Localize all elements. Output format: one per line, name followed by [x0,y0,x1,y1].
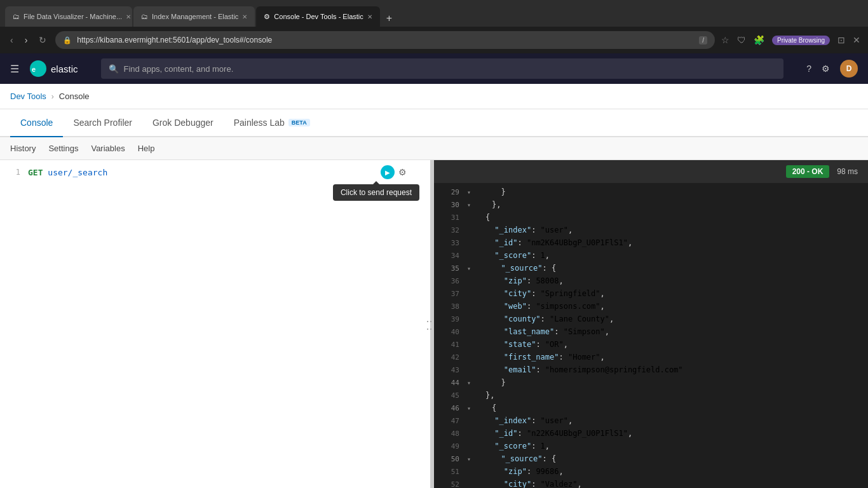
output-line-number: 31 [439,214,459,222]
output-line-content: "_id": "nm2K64UBbgP_U0P1FlS1", [467,238,632,247]
tab-grok-debugger[interactable]: Grok Debugger [142,109,224,137]
lock-icon: 🔒 [63,36,72,44]
collapse-toggle-icon[interactable]: ▾ [467,405,471,412]
output-line-number: 52 [439,480,459,489]
time-badge: 98 ms [837,167,858,176]
request-settings-icon[interactable]: ⚙ [398,167,407,177]
output-line-number: 36 [439,277,459,285]
send-request-button[interactable]: ▶ [381,165,395,179]
tab-close-icon[interactable]: ✕ [242,13,247,20]
refresh-button[interactable]: ↻ [36,32,49,48]
app-logo-text: elastic [51,64,78,74]
new-tab-button[interactable]: + [381,10,397,27]
collapse-toggle-icon[interactable]: ▾ [467,265,471,272]
breadcrumb-separator: › [51,92,54,101]
breadcrumb-console: Console [59,92,90,101]
tab-console[interactable]: Console [10,109,63,137]
app-logo: e elastic [29,60,78,78]
forward-button[interactable]: › [22,32,31,48]
collapse-toggle-icon[interactable]: ▾ [467,379,471,386]
output-line-content: "zip": 58008, [467,276,564,285]
variables-button[interactable]: Variables [91,144,125,153]
output-line-number: 40 [439,328,459,336]
hamburger-menu[interactable]: ☰ [10,63,19,75]
output-line: 41 "state": "OR", [434,338,868,351]
panel-resize-handle[interactable]: ⋮⋮ [430,160,432,488]
output-line-content: "email": "homersimpson@springfield.com" [467,365,683,374]
bookmark-icon[interactable]: ☆ [721,35,729,45]
tab-close-icon[interactable]: ✕ [126,13,131,20]
back-button[interactable]: ‹ [8,32,16,48]
extensions-icon[interactable]: 🧩 [754,35,764,45]
output-line: 29▾ } [434,186,868,198]
output-line-content: "_score": 1, [467,442,550,451]
shortcut-badge: / [699,36,707,44]
address-bar[interactable]: 🔒 https://kibana.evermight.net:5601/app/… [55,31,715,49]
output-line-number: 50 [439,455,459,463]
collapse-toggle-icon[interactable]: ▾ [467,189,471,196]
output-line-content: ▾ "_source": { [467,264,556,273]
address-text: https://kibana.evermight.net:5601/app/de… [77,36,694,44]
output-line-content: "_index": "user", [467,226,573,234]
output-line-content: "city": "Valdez", [467,480,582,488]
close-window-icon[interactable]: ✕ [853,35,860,45]
main-content: 1 GET user/_search ▶ ⚙ Click to send req… [0,160,868,488]
tab-console[interactable]: ⚙ Console - Dev Tools - Elastic ✕ [256,6,379,27]
output-line-content: "_score": 1, [467,251,550,260]
editor-content[interactable]: 1 GET user/_search [0,160,432,488]
tab-painless-lab[interactable]: Painless Lab BETA [224,109,320,137]
breadcrumb-devtools[interactable]: Dev Tools [10,92,46,101]
tooltip-send-request: Click to send request [333,184,419,201]
output-content: 29▾ }30▾ },31 {32 "_index": "user",33 "_… [434,183,868,488]
tab-label: Console - Dev Tools - Elastic [274,13,363,20]
tab-search-profiler-label: Search Profiler [73,118,132,128]
output-line: 51 "zip": 99686, [434,465,868,478]
app-topnav: ☰ e elastic 🔍 Find apps, content, and mo… [0,53,868,84]
output-line-number: 51 [439,468,459,476]
window-controls-icon[interactable]: ⊡ [837,35,845,45]
history-button[interactable]: History [10,144,36,153]
output-line-content: ▾ "_source": { [467,454,556,463]
settings-icon[interactable]: ⚙ [822,64,830,74]
global-search[interactable]: 🔍 Find apps, content, and more. [101,58,784,79]
output-line: 46▾ { [434,402,868,414]
tab-search-profiler[interactable]: Search Profiler [63,109,142,137]
output-line: 34 "_score": 1, [434,249,868,262]
tab-file-visualizer[interactable]: 🗂 File Data Visualizer - Machine... ✕ [5,6,132,27]
output-line-content: }, [467,391,494,400]
line-number-1: 1 [5,168,20,177]
tab-close-icon[interactable]: ✕ [367,13,372,20]
tab-index-management[interactable]: 🗂 Index Management - Elastic ✕ [133,6,255,27]
output-line-content: ▾ } [467,378,506,387]
output-toolbar: 200 - OK 98 ms [434,160,868,183]
output-line-number: 32 [439,226,459,234]
output-line-number: 45 [439,391,459,400]
output-line: 39 "county": "Lane County", [434,313,868,325]
output-line: 31 { [434,211,868,224]
output-line-number: 37 [439,290,459,298]
tab-grok-debugger-label: Grok Debugger [153,118,214,128]
svg-text:e: e [32,65,36,73]
devtools-tabs: Console Search Profiler Grok Debugger Pa… [0,109,868,137]
app-wrapper: ☰ e elastic 🔍 Find apps, content, and mo… [0,53,868,488]
search-placeholder-text: Find apps, content, and more. [124,64,234,74]
output-line-content: "first_name": "Homer", [467,353,605,362]
help-icon[interactable]: ? [806,64,811,74]
beta-badge: BETA [288,119,310,126]
breadcrumb-bar: Dev Tools › Console [0,84,868,109]
topnav-icons: ? ⚙ D [806,60,858,78]
user-avatar[interactable]: D [840,60,858,78]
collapse-toggle-icon[interactable]: ▾ [467,456,471,463]
shield-icon[interactable]: 🛡 [737,35,746,45]
tab-icon: 🗂 [13,13,20,20]
collapse-toggle-icon[interactable]: ▾ [467,201,471,208]
output-line: 37 "city": "Springfield", [434,287,868,300]
output-line-number: 49 [439,442,459,451]
settings-button[interactable]: Settings [48,144,78,153]
help-button[interactable]: Help [138,144,155,153]
output-line-number: 39 [439,315,459,323]
output-line-content: "_index": "user", [467,416,573,425]
output-line: 40 "last_name": "Simpson", [434,325,868,338]
output-line: 50▾ "_source": { [434,452,868,465]
send-area: ▶ ⚙ Click to send request [381,165,407,179]
